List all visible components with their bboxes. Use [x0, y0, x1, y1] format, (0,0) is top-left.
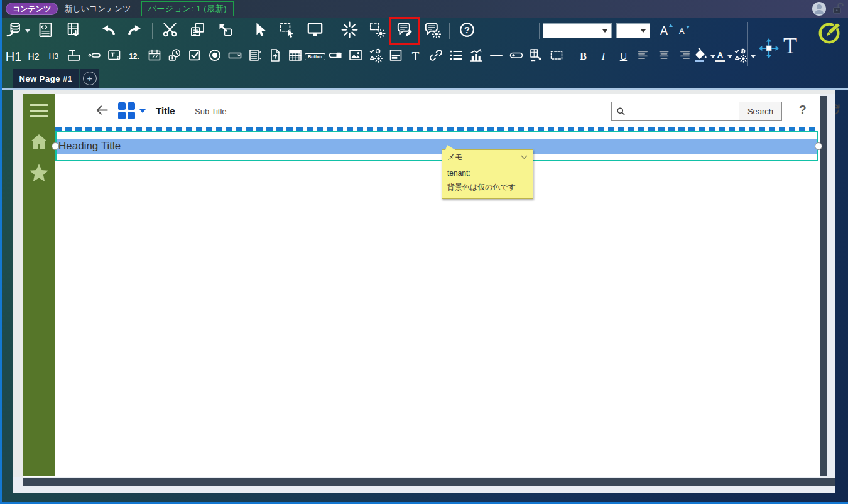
heading-3-button[interactable]: H3 — [44, 47, 63, 66]
vertical-scrollbar-thumb[interactable] — [820, 96, 827, 476]
insert-template-button[interactable] — [526, 47, 546, 66]
tab-new-page-1[interactable]: New Page #1 — [13, 69, 79, 88]
move-arrows-icon — [758, 38, 780, 59]
align-left-button[interactable] — [634, 47, 653, 66]
status-symbols-button[interactable] — [366, 47, 385, 66]
underline-label: U — [620, 51, 628, 62]
chevron-down-icon[interactable] — [521, 155, 528, 159]
home-icon[interactable] — [30, 133, 48, 153]
device-preview-button[interactable] — [301, 19, 329, 43]
heading-2-button[interactable]: H2 — [24, 47, 43, 66]
resize-handle-right[interactable] — [815, 142, 822, 150]
memo-title: メモ — [447, 152, 463, 163]
toolbar-separator — [570, 48, 570, 65]
number-field-button[interactable]: 12. — [124, 47, 144, 66]
align-center-button[interactable] — [654, 47, 673, 66]
time-picker-button[interactable] — [165, 47, 184, 66]
memo-edit-button[interactable] — [391, 19, 418, 43]
resize-handle-left[interactable] — [52, 142, 59, 150]
search-input[interactable] — [626, 106, 739, 117]
radio-button-button[interactable] — [205, 47, 224, 66]
code-view-button[interactable] — [31, 19, 59, 43]
design-canvas-frame: Title Sub Title Search ? Heading Title — [13, 90, 835, 493]
text-tool-button[interactable]: T — [783, 33, 797, 59]
deploy-database-button[interactable] — [4, 19, 31, 43]
copy-icon — [189, 21, 206, 41]
button-control-button[interactable]: Button — [305, 47, 325, 66]
undo-button[interactable] — [94, 19, 121, 43]
list-box-icon — [247, 48, 263, 65]
heading-1-button[interactable]: H1 — [4, 47, 23, 66]
font-color-button[interactable]: A — [714, 47, 734, 66]
help-button[interactable]: ? — [453, 19, 481, 43]
align-right-button[interactable] — [674, 47, 693, 66]
grid-dropdown-caret[interactable] — [139, 109, 146, 113]
redo-button[interactable] — [121, 19, 149, 43]
checkbox-button[interactable] — [185, 47, 204, 66]
help-link[interactable]: ? — [799, 103, 807, 117]
container-button[interactable] — [546, 47, 566, 66]
lock-icon[interactable] — [829, 1, 844, 19]
page-title[interactable]: Title — [156, 105, 175, 116]
user-avatar[interactable] — [812, 1, 827, 19]
underline-button[interactable]: U — [614, 47, 633, 66]
hyperlink-button[interactable] — [426, 47, 445, 66]
page-subtitle[interactable]: Sub Title — [195, 107, 227, 116]
button-control-label: Button — [305, 53, 325, 60]
search-box[interactable] — [611, 102, 739, 121]
toggle-button[interactable] — [325, 47, 345, 66]
image-button[interactable] — [345, 47, 365, 66]
copy-button[interactable] — [183, 19, 211, 43]
file-upload-button[interactable] — [265, 47, 285, 66]
horizontal-line-button[interactable] — [486, 47, 506, 66]
decrease-font-button[interactable]: A — [679, 26, 685, 36]
paste-button[interactable] — [211, 19, 239, 43]
font-color-icon: A — [715, 51, 725, 62]
vertical-scrollbar[interactable] — [820, 94, 835, 478]
italic-button[interactable]: I — [594, 47, 613, 66]
star-icon[interactable] — [28, 162, 50, 187]
add-page-button[interactable]: + — [80, 69, 99, 88]
italic-label: I — [602, 51, 605, 62]
select-cursor-button[interactable] — [246, 19, 273, 43]
heading-widget[interactable]: Heading Title — [57, 139, 817, 154]
label-field-button[interactable] — [84, 47, 104, 66]
capsule-button[interactable] — [506, 47, 526, 66]
date-picker-button[interactable] — [144, 47, 164, 66]
bold-button[interactable]: B — [573, 47, 593, 66]
back-arrow-icon[interactable] — [94, 102, 110, 121]
caret-up-icon — [669, 24, 673, 27]
list-view-button[interactable] — [446, 47, 465, 66]
align-center-icon — [656, 48, 671, 65]
move-tool-button[interactable] — [758, 38, 780, 62]
table-button[interactable] — [285, 47, 305, 66]
memo-note[interactable]: メモ tenant: 背景色は仮の色です — [442, 149, 533, 199]
page-sidebar-widget[interactable] — [23, 94, 55, 476]
run-burst-button[interactable] — [335, 19, 363, 43]
search-button[interactable]: Search — [739, 102, 782, 121]
increase-font-button[interactable]: A — [660, 24, 668, 38]
background-color-button[interactable] — [694, 47, 714, 66]
design-page[interactable]: Title Sub Title Search ? Heading Title — [23, 94, 820, 477]
list-box-button[interactable] — [245, 47, 264, 66]
memo-settings-button[interactable] — [418, 19, 446, 43]
select-area-button[interactable] — [273, 19, 301, 43]
font-family-select[interactable] — [543, 23, 612, 38]
cut-button[interactable] — [156, 19, 183, 43]
text-area-button[interactable] — [104, 47, 124, 66]
chart-button[interactable] — [466, 47, 486, 66]
text-field-button[interactable] — [64, 47, 84, 66]
text-button[interactable]: T — [406, 47, 425, 66]
panel-button[interactable] — [386, 47, 405, 66]
horizontal-scrollbar-thumb[interactable] — [23, 478, 835, 486]
font-size-select[interactable] — [616, 23, 650, 38]
toolbar-separator — [152, 23, 153, 39]
horizontal-scrollbar[interactable] — [13, 477, 835, 493]
status-symbols-icon — [368, 48, 383, 65]
menu-icon[interactable] — [30, 104, 48, 121]
app-grid-icon[interactable] — [118, 102, 135, 119]
combo-box-button[interactable] — [225, 47, 244, 66]
selection-settings-button[interactable] — [363, 19, 391, 43]
app-window: コンテンツ 新しいコンテンツ バージョン: 1 (最新) ?AA H1H2H31… — [0, 0, 848, 504]
export-sheet-button[interactable] — [59, 19, 87, 43]
